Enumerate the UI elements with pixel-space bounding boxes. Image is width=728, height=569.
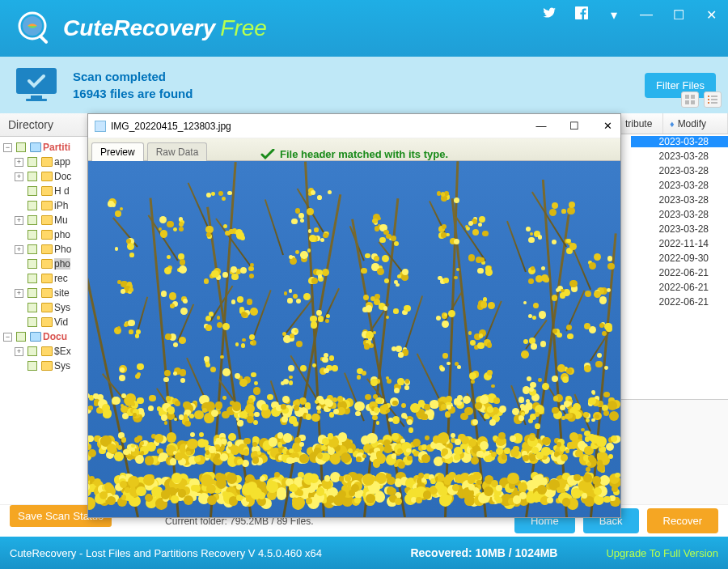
raw-data-tab[interactable]: Raw Data (147, 142, 208, 161)
svg-rect-4 (31, 96, 42, 99)
app-titlebar: CuteRecovery Free ▾ — ☐ ✕ (0, 0, 728, 57)
preview-minimize-icon[interactable]: ― (535, 120, 548, 132)
list-view-icon[interactable] (704, 91, 722, 108)
close-icon[interactable]: ✕ (704, 7, 718, 23)
preview-tab[interactable]: Preview (91, 142, 144, 161)
svg-rect-14 (708, 102, 709, 104)
footer-recovered: Recovered: 10MB / 1024MB (410, 546, 557, 559)
footer: CuteRecovery - Lost Files and Partitions… (0, 537, 728, 569)
upgrade-link[interactable]: Upgrade To Full Version (606, 547, 718, 559)
scan-banner: Scan completed 16943 files are found Fil… (0, 57, 728, 113)
monitor-check-icon (12, 65, 61, 105)
minimize-icon[interactable]: — (639, 7, 654, 22)
app-title: CuteRecovery (63, 15, 215, 41)
app-title-suffix: Free (220, 15, 267, 41)
svg-rect-6 (685, 95, 689, 99)
preview-titlebar[interactable]: IMG_20220415_123803.jpg ― ☐ ✕ (88, 114, 620, 138)
preview-close-icon[interactable]: ✕ (601, 120, 614, 132)
maximize-icon[interactable]: ☐ (671, 7, 686, 23)
svg-rect-2 (38, 34, 49, 45)
preview-window: IMG_20220415_123803.jpg ― ☐ ✕ Preview Ra… (87, 113, 621, 518)
svg-rect-7 (691, 95, 695, 99)
column-modify[interactable]: ♦Modify (663, 113, 728, 134)
scan-status-text: Scan completed (73, 70, 193, 83)
preview-image (88, 161, 620, 517)
preview-title: IMG_20220415_123803.jpg (111, 121, 231, 132)
preview-status: File header matched with its type. (260, 148, 448, 160)
footer-version: CuteRecovery - Lost Files and Partitions… (10, 547, 322, 559)
svg-rect-13 (711, 99, 717, 100)
image-file-icon (95, 121, 106, 132)
app-logo-icon (16, 10, 53, 47)
svg-rect-3 (16, 68, 57, 94)
grid-view-icon[interactable] (681, 91, 699, 108)
column-attribute[interactable]: tribute (619, 113, 663, 134)
facebook-icon[interactable] (574, 6, 589, 23)
preview-maximize-icon[interactable]: ☐ (568, 120, 581, 132)
svg-rect-8 (685, 100, 689, 104)
twitter-icon[interactable] (542, 6, 557, 23)
svg-rect-9 (691, 100, 695, 104)
dropdown-icon[interactable]: ▾ (607, 7, 621, 23)
svg-rect-15 (711, 102, 717, 104)
scan-count-text: 16943 files are found (73, 87, 193, 100)
svg-rect-10 (708, 96, 709, 97)
recover-button[interactable]: Recover (647, 508, 718, 533)
svg-rect-11 (711, 96, 717, 97)
svg-rect-5 (26, 99, 47, 101)
svg-rect-12 (708, 99, 709, 100)
